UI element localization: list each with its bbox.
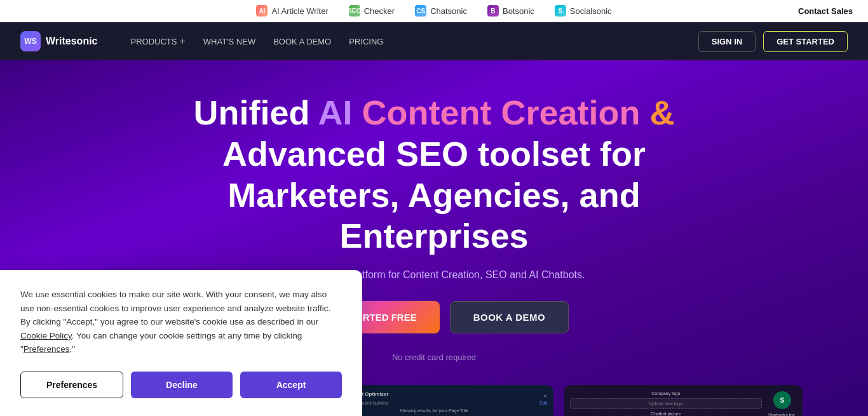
hero-title-line2: Advanced SEO toolset for — [222, 135, 646, 173]
company-logo-label: Company logo — [570, 391, 762, 396]
accept-button[interactable]: Accept — [240, 372, 342, 398]
top-bar: AI AI Article Writer SEO Checker CS Chat… — [0, 0, 868, 22]
company-name: Starbucks Inc. — [768, 413, 796, 416]
nav-whats-new[interactable]: WHAT'S NEW — [196, 32, 263, 51]
logo-text: Writesonic — [46, 36, 98, 47]
nav-pricing[interactable]: PRICING — [341, 32, 391, 51]
topbar-checker-label: Checker — [364, 6, 395, 16]
hero-title: Unified AI Content Creation & Advanced S… — [148, 92, 720, 257]
navbar-logo[interactable]: WS Writesonic — [20, 31, 98, 51]
topbar-item-ai-writer[interactable]: AI AI Article Writer — [256, 5, 328, 17]
chatsonic-icon: CS — [415, 5, 426, 17]
cookie-buttons: Preferences Decline Accept — [20, 372, 342, 398]
ai-writer-icon: AI — [256, 5, 268, 17]
cookie-text-part1: We use essential cookies to make our sit… — [20, 290, 330, 326]
checker-icon: SEO — [349, 5, 360, 17]
nav-products[interactable]: PRODUCTS + — [123, 30, 193, 52]
topbar-ai-label: AI Article Writer — [271, 6, 328, 16]
bot-card-content: Company logo Upload new logo Chatbot pic… — [570, 391, 796, 416]
get-started-nav-button[interactable]: GET STARTED — [763, 31, 848, 52]
hero-note: No credit card required — [392, 352, 476, 362]
hero-book-demo-button[interactable]: BOOK A DEMO — [450, 301, 569, 333]
socialsonic-icon: S — [555, 5, 566, 17]
topbar-botsonic-label: Botsonic — [503, 6, 534, 16]
nav-book-demo[interactable]: BOOK A DEMO — [266, 32, 339, 51]
bot-card-inner: Company logo Upload new logo Chatbot pic… — [564, 385, 803, 416]
botsonic-icon: B — [487, 5, 499, 17]
cookie-banner: We use essential cookies to make our sit… — [0, 270, 362, 416]
starbucks-logo-icon: S — [773, 391, 791, 409]
hero-title-amp: & — [641, 93, 675, 131]
nav-links: PRODUCTS + WHAT'S NEW BOOK A DEMO PRICIN… — [123, 30, 698, 52]
sign-in-button[interactable]: SIGN IN — [698, 31, 756, 52]
seo-close-icon: ✕ — [543, 394, 547, 399]
products-plus-icon: + — [179, 36, 185, 47]
preferences-button[interactable]: Preferences — [20, 372, 123, 398]
bot-card-left-col: Company logo Upload new logo Chatbot pic… — [570, 391, 762, 416]
hero-title-ai: AI — [318, 93, 362, 131]
topbar-item-checker[interactable]: SEO Checker — [349, 5, 395, 17]
upload-logo-text: Upload new logo — [649, 401, 682, 406]
upload-logo-area[interactable]: Upload new logo — [570, 398, 762, 409]
hero-title-unified: Unified — [193, 93, 318, 131]
cookie-text-part3: ." — [70, 344, 76, 354]
seo-edit-label[interactable]: Edit — [539, 401, 547, 406]
contact-sales-link[interactable]: Contact Sales — [798, 6, 853, 16]
topbar-item-socialsonic[interactable]: S Socialsonic — [555, 5, 612, 17]
hero-title-content: Content Creation — [362, 93, 641, 131]
bot-card-right-col: S Starbucks Inc. — [768, 391, 796, 416]
cookie-policy-link[interactable]: Cookie Policy — [20, 331, 72, 340]
decline-button[interactable]: Decline — [131, 372, 233, 398]
hero-title-line3: Marketers, Agencies, and Enterprises — [227, 176, 640, 255]
logo-icon: WS — [20, 31, 41, 51]
cookie-text: We use essential cookies to make our sit… — [20, 288, 342, 356]
nav-actions: SIGN IN GET STARTED — [698, 31, 848, 52]
topbar-chatsonic-label: Chatsonic — [430, 6, 467, 16]
navbar: WS Writesonic PRODUCTS + WHAT'S NEW BOOK… — [0, 22, 868, 60]
topbar-item-botsonic[interactable]: B Botsonic — [487, 5, 534, 17]
preferences-inline-link[interactable]: Preferences — [24, 344, 70, 354]
bot-card: Company logo Upload new logo Chatbot pic… — [564, 385, 803, 416]
chatbot-picture-label: Chatbot picture — [570, 412, 762, 416]
topbar-socialsonic-label: Socialsonic — [570, 6, 612, 16]
topbar-item-chatsonic[interactable]: CS Chatsonic — [415, 5, 467, 17]
